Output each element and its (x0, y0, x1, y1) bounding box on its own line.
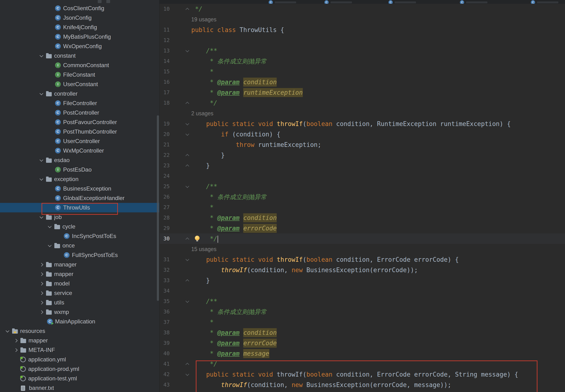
code-line-10[interactable]: 10 */ (160, 4, 565, 14)
code-line-42[interactable]: 42 public static void throwIf(boolean co… (160, 369, 565, 380)
code-line-37[interactable]: 37 * (160, 317, 565, 327)
chevron-right-icon[interactable] (38, 307, 46, 317)
code-line-36[interactable]: 36 * 条件成立则抛异常 (160, 307, 565, 317)
code-line-27[interactable]: 27 * (160, 202, 565, 213)
tree-item-exception[interactable]: exception (0, 174, 159, 184)
fold-region-start-icon[interactable] (186, 300, 189, 303)
code-line-38[interactable]: 38 * @param condition (160, 327, 565, 338)
code-line-43[interactable]: 43 throwIf(condition, new BusinessExcept… (160, 380, 565, 390)
tree-item-businessexception[interactable]: CBusinessException (0, 184, 159, 193)
tree-item-commonconstant[interactable]: ICommonConstant (0, 60, 159, 70)
code-line-20[interactable]: 20 if (condition) { (160, 129, 565, 140)
tree-item-resources[interactable]: resources (0, 326, 159, 336)
line-number[interactable]: 41 (160, 359, 170, 369)
chevron-right-icon[interactable] (38, 260, 46, 269)
tree-item-fileconstant[interactable]: IFileConstant (0, 70, 159, 80)
line-number[interactable]: 27 (160, 202, 170, 213)
tree-item-userconstant[interactable]: IUserConstant (0, 80, 159, 89)
line-number[interactable]: 36 (160, 307, 170, 317)
intention-bulb-icon[interactable] (195, 236, 200, 240)
tree-item-usercontroller[interactable]: CUserController (0, 137, 159, 146)
line-number[interactable]: 10 (160, 4, 170, 14)
tree-item-wxmpcontroller[interactable]: CWxMpController (0, 146, 159, 155)
code-line-30[interactable]: 30 */ (160, 234, 565, 244)
line-number[interactable]: 42 (160, 369, 170, 380)
line-number[interactable]: 28 (160, 213, 170, 223)
code-line-40[interactable]: 40 * @param message (160, 348, 565, 359)
line-number[interactable]: 16 (160, 77, 170, 87)
chevron-right-icon[interactable] (38, 288, 46, 298)
line-number[interactable]: 40 (160, 348, 170, 359)
chevron-right-icon[interactable] (12, 336, 20, 345)
tree-item-banner.txt[interactable]: banner.txt (0, 383, 159, 392)
editor-tab[interactable]: C (324, 0, 352, 4)
line-number[interactable]: 43 (160, 380, 170, 390)
tree-item-service[interactable]: service (0, 288, 159, 298)
fold-region-end-icon[interactable] (186, 279, 189, 282)
code-line-41[interactable]: 41 */ (160, 359, 565, 369)
usages-hint[interactable]: 2 usages (160, 108, 565, 119)
tree-item-meta-inf[interactable]: META-INF (0, 345, 159, 355)
code-line-29[interactable]: 29 * @param errorCode (160, 223, 565, 234)
chevron-right-icon[interactable] (38, 298, 46, 307)
code-line-13[interactable]: 13 /** (160, 45, 565, 56)
tree-item-globalexceptionhandler[interactable]: CGlobalExceptionHandler (0, 193, 159, 203)
tree-item-application.yml[interactable]: application.yml (0, 355, 159, 364)
tree-item-incsyncposttoes[interactable]: CIncSyncPostToEs (0, 231, 159, 241)
usages-hint[interactable]: 15 usages (160, 244, 565, 254)
line-number[interactable]: 30 (160, 234, 170, 244)
tree-item-constant[interactable]: constant (0, 51, 159, 60)
tree-toolbar-icon[interactable] (106, 0, 110, 3)
editor-tab[interactable]: C (531, 0, 558, 4)
line-number[interactable]: 37 (160, 317, 170, 327)
line-number[interactable]: 32 (160, 265, 170, 275)
line-number[interactable]: 14 (160, 56, 170, 67)
fold-region-start-icon[interactable] (186, 133, 189, 136)
usages-hint-label[interactable]: 19 usages (191, 14, 565, 25)
chevron-down-icon[interactable] (38, 212, 46, 222)
code-line-34[interactable]: 34 (160, 286, 565, 296)
code-line-33[interactable]: 33 } (160, 275, 565, 286)
code-line-12[interactable]: 12 (160, 35, 565, 45)
line-number[interactable]: 23 (160, 160, 170, 171)
code-line-11[interactable]: 11public class ThrowUtils { (160, 25, 565, 35)
usages-hint[interactable]: 19 usages (160, 14, 565, 25)
fold-region-end-icon[interactable] (186, 7, 189, 11)
tree-scrollbar[interactable] (157, 115, 159, 301)
line-number[interactable]: 26 (160, 192, 170, 202)
code-line-18[interactable]: 18 */ (160, 98, 565, 108)
tree-item-wxmp[interactable]: wxmp (0, 307, 159, 317)
line-number[interactable]: 15 (160, 67, 170, 77)
chevron-down-icon[interactable] (46, 241, 54, 250)
tree-toolbar-icon[interactable] (98, 0, 102, 3)
line-number[interactable]: 34 (160, 286, 170, 296)
line-number[interactable]: 13 (160, 45, 170, 56)
tree-item-postthumbcontroller[interactable]: CPostThumbController (0, 127, 159, 137)
tree-item-mainapplication[interactable]: CMainApplication (0, 317, 159, 326)
tree-item-model[interactable]: model (0, 279, 159, 288)
chevron-right-icon[interactable] (38, 269, 46, 279)
line-number[interactable]: 20 (160, 129, 170, 140)
tree-item-throwutils[interactable]: CThrowUtils (0, 203, 159, 212)
fold-region-end-icon[interactable] (186, 154, 189, 157)
code-line-35[interactable]: 35 /** (160, 296, 565, 307)
chevron-down-icon[interactable] (46, 222, 54, 231)
tree-item-cycle[interactable]: cycle (0, 222, 159, 231)
code-line-23[interactable]: 23 } (160, 160, 565, 171)
tree-item-mapper[interactable]: mapper (0, 336, 159, 345)
chevron-right-icon[interactable] (12, 345, 20, 355)
tree-item-application-prod.yml[interactable]: application-prod.yml (0, 364, 159, 374)
tree-item-mybatisplusconfig[interactable]: CMyBatisPlusConfig (0, 32, 159, 42)
line-number[interactable]: 18 (160, 98, 170, 108)
tree-item-cosclientconfig[interactable]: CCosClientConfig (0, 3, 159, 13)
line-number[interactable]: 25 (160, 181, 170, 192)
tree-item-postcontroller[interactable]: CPostController (0, 108, 159, 117)
line-number[interactable]: 39 (160, 338, 170, 348)
line-number[interactable]: 35 (160, 296, 170, 307)
fold-region-end-icon[interactable] (186, 164, 189, 167)
fold-region-end-icon[interactable] (186, 237, 189, 240)
code-line-15[interactable]: 15 * (160, 67, 565, 77)
code-line-16[interactable]: 16 * @param condition (160, 77, 565, 87)
line-number[interactable]: 33 (160, 275, 170, 286)
usages-hint-label[interactable]: 15 usages (191, 244, 565, 254)
